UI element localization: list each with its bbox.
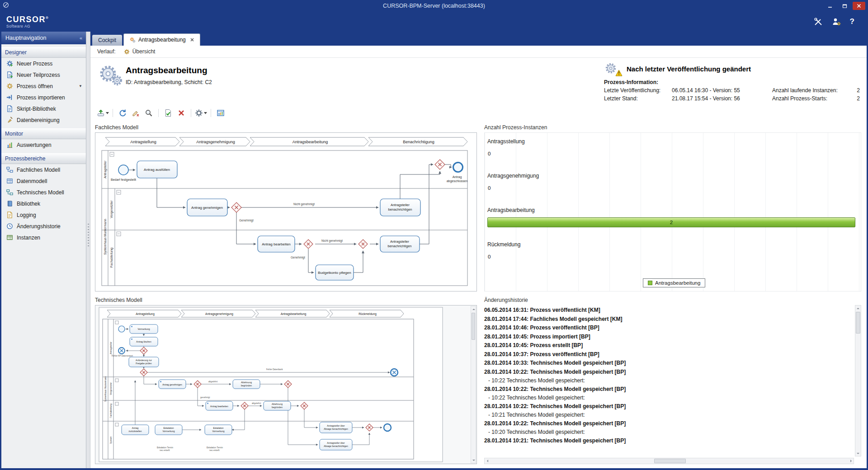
bpmn-end-event[interactable] xyxy=(384,424,391,431)
delete-icon[interactable] xyxy=(175,108,187,118)
refresh-icon[interactable] xyxy=(117,108,128,118)
validate-icon[interactable] xyxy=(162,108,174,118)
svg-text:Antrag genehmigen: Antrag genehmigen xyxy=(162,383,182,386)
sidebar-section-prozessbereiche[interactable]: Prozessbereiche xyxy=(1,153,86,164)
history-entry[interactable]: 28.01.2014 10:22: Technisches Modell ges… xyxy=(484,385,853,394)
sidebar-item-neuer-teilprozess[interactable]: Neuer Teilprozess xyxy=(1,69,86,80)
sidebar-item-label: Fachliches Modell xyxy=(17,167,60,173)
bpmn-start-event[interactable]: Bedarf festgestellt xyxy=(111,165,136,182)
history-entry[interactable]: 28.01.2014 10:33: Technisches Modell ges… xyxy=(484,359,853,368)
history-entry[interactable]: 28.01.2014 10:45: Prozess erstellt [BP] xyxy=(484,341,853,350)
tech-panel-scrollbar[interactable] xyxy=(471,306,476,463)
breadcrumb-uebersicht[interactable]: Übersicht xyxy=(121,47,158,56)
minimize-button[interactable] xyxy=(824,2,836,10)
history-entry[interactable]: 28.01.2014 10:22: Technisches Modell ges… xyxy=(484,402,853,411)
bpmn-node[interactable]: Antragsteller überAbsage benachrichtigen xyxy=(320,439,352,450)
history-entry[interactable]: 28.01.2014 10:22: Technisches Modell ges… xyxy=(484,368,853,377)
history-horizontal-scrollbar[interactable] xyxy=(484,458,854,464)
svg-text:Vormerkung: Vormerkung xyxy=(212,430,225,432)
publish-icon[interactable] xyxy=(97,108,109,118)
bpmn-node[interactable]: Vormerkung xyxy=(130,324,158,334)
section-title-technisches-modell: Technisches Modell xyxy=(95,297,477,305)
report-icon[interactable] xyxy=(215,108,226,118)
sidebar-item-prozess-oeffnen[interactable]: Prozess öffnen▼ xyxy=(1,80,86,92)
bpmn-node[interactable]: EskalationVormerkung xyxy=(205,425,232,435)
history-vertical-scrollbar[interactable] xyxy=(855,305,861,456)
bpmn-gateway[interactable] xyxy=(435,160,445,169)
history-entry[interactable]: 28.01.2014 17:44: Fachliches Modell gesp… xyxy=(484,315,853,324)
settings-icon[interactable] xyxy=(195,108,207,118)
history-entry[interactable]: 28.01.2014 10:45: Prozess importiert [BP… xyxy=(484,333,853,342)
bpmn-task-antrag-ausfuellen[interactable]: Antrag ausfüllen xyxy=(137,161,177,178)
sidebar-item-prozess-importieren[interactable]: Prozess importieren xyxy=(1,92,86,103)
bpmn-node[interactable]: Ablehnungbegründen xyxy=(264,401,291,410)
bpmn-node[interactable]: Ablehnungbegründen xyxy=(233,380,260,389)
bpmn-task-antrag-genehmigen[interactable]: Antrag genehmigen xyxy=(187,199,227,216)
bpmn-task-antragsteller-benachrichtigen-2[interactable]: Antragsteller benachrichtigen xyxy=(380,236,420,252)
bpmn-node[interactable]: Antrag löschen xyxy=(130,337,158,346)
sidebar-item-datenbereinigung[interactable]: Datenbereinigung xyxy=(1,114,86,126)
chevron-down-icon[interactable]: ▼ xyxy=(79,84,82,88)
sidebar-section-designer[interactable]: Designer xyxy=(1,47,86,58)
history-entry[interactable]: 28.01.2014 10:46: Prozess veröffentlicht… xyxy=(484,324,853,333)
sidebar-item-aenderungshistorie[interactable]: Änderungshistorie xyxy=(1,221,86,232)
bpmn-node[interactable] xyxy=(118,326,125,332)
bpmn-end-event[interactable]: Antrag abgeschlossen xyxy=(447,163,468,183)
history-entry[interactable]: 28.01.2014 10:22: Technisches Modell ges… xyxy=(484,419,853,428)
sidebar-item-bibliothek[interactable]: Bibliothek xyxy=(1,198,86,209)
bpmn-node[interactable]: Antrag genehmigen xyxy=(159,380,186,389)
history-entry[interactable]: 06.05.2014 16:31: Prozess veröffentlicht… xyxy=(484,306,853,315)
maximize-button[interactable] xyxy=(838,2,851,10)
technisches-modell-panel[interactable]: Antragstellung Antragsgenehmigung Antrag… xyxy=(95,305,477,464)
sidebar: Hauptnavigation « Designer Neuer Prozess… xyxy=(1,32,86,468)
sidebar-item-datenmodell[interactable]: Datenmodell xyxy=(1,175,86,187)
sidebar-item-neuer-prozess[interactable]: Neuer Prozess xyxy=(1,58,86,69)
bar-antragsbearbeitung[interactable]: 2 xyxy=(487,217,855,227)
svg-text:Antrag bearbeiten: Antrag bearbeiten xyxy=(210,405,228,408)
sidebar-item-fachliches-modell[interactable]: Fachliches Modell xyxy=(1,164,86,175)
bpmn-gateway[interactable] xyxy=(304,240,313,249)
bpmn-task-antragsteller-benachrichtigen-1[interactable]: Antragsteller benachrichtigen xyxy=(380,199,420,216)
sidebar-item-instanzen[interactable]: Instanzen xyxy=(1,232,86,243)
edit-icon[interactable] xyxy=(130,108,142,118)
sidebar-item-skript-bibliothek[interactable]: Skript-Bibliothek xyxy=(1,103,86,114)
svg-text:neu erstellt: neu erstellt xyxy=(160,449,170,451)
section-title-fachliches-modell: Fachliches Modell xyxy=(95,124,477,132)
bpmn-task-antrag-bearbeiten[interactable]: Antrag bearbeiten xyxy=(258,236,295,252)
history-entry[interactable]: 28.01.2014 10:21: Technisches Modell ges… xyxy=(484,437,853,446)
sidebar-splitter[interactable] xyxy=(86,32,90,468)
change-history-list[interactable]: 06.05.2014 16:31: Prozess veröffentlicht… xyxy=(484,306,853,456)
sidebar-item-logging[interactable]: Logging xyxy=(1,209,86,221)
help-icon[interactable]: ? xyxy=(850,17,854,26)
user-settings-icon[interactable] xyxy=(832,17,841,26)
svg-text:Antragsteller: Antragsteller xyxy=(104,160,107,179)
title-bar: CURSOR-BPM-Server (localhost:38443) xyxy=(0,0,868,12)
tab-antragsbearbeitung[interactable]: Antragsbearbeitung xyxy=(123,33,200,46)
tools-icon[interactable] xyxy=(814,17,823,26)
bpmn-gateway[interactable] xyxy=(359,240,368,249)
bpmn-node[interactable]: Antrag bearbeiten xyxy=(206,401,233,410)
bpmn-diagram-fachlich[interactable]: Antragstellung Antragsgenehmigung Antrag… xyxy=(95,133,476,291)
collapse-sidebar-button[interactable]: « xyxy=(80,35,82,41)
bpmn-node[interactable]: EskalationVormerkung xyxy=(155,425,182,435)
tab-cockpit[interactable]: Cockpit xyxy=(92,35,122,46)
close-button[interactable] xyxy=(853,2,865,10)
bpmn-node[interactable]: Antragsteller überAbsage benachrichtigen xyxy=(320,422,352,433)
bpmn-node[interactable]: Antragzurückstellen xyxy=(122,425,149,435)
process-id-line: ID: Antragsbearbeitung, Schicht: C2 xyxy=(126,79,212,85)
sidebar-item-auswertungen[interactable]: Auswertungen xyxy=(1,139,86,150)
history-entry[interactable]: 28.01.2014 10:37: Prozess veröffentlicht… xyxy=(484,350,853,359)
bpmn-gateway[interactable] xyxy=(231,202,241,212)
bpmn-diagram-technisch[interactable]: Antragstellung Antragsgenehmigung Antrag… xyxy=(95,306,476,464)
sidebar-section-monitor[interactable]: Monitor xyxy=(1,128,86,139)
svg-text:Genehmigt: Genehmigt xyxy=(239,219,254,222)
sidebar-item-technisches-modell[interactable]: Technisches Modell xyxy=(1,187,86,198)
tab-close-icon[interactable] xyxy=(190,38,194,42)
process-info-heading: Prozess-Information: xyxy=(604,79,658,85)
fachliches-modell-panel[interactable]: Antragstellung Antragsgenehmigung Antrag… xyxy=(95,132,477,291)
bpmn-node[interactable]: Anforderung zurFreigabe prüfen xyxy=(129,357,159,367)
bpmn-task-budgetkonto-pflegen[interactable]: Budgetkonto pflegen xyxy=(316,265,354,280)
preview-icon[interactable] xyxy=(143,108,155,118)
bpmn-error-end-event[interactable] xyxy=(391,369,398,376)
svg-text:Fehler KP-Datenexport: Fehler KP-Datenexport xyxy=(112,355,133,357)
